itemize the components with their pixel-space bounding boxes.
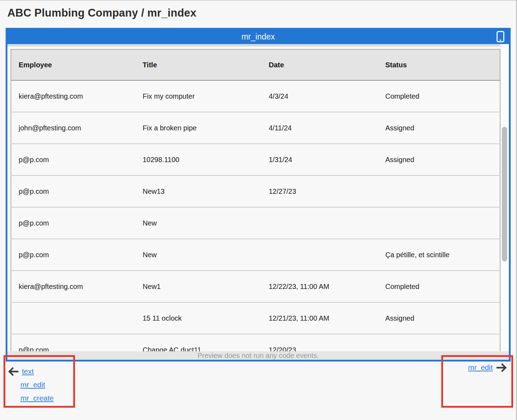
cell-title: 10298.1100 <box>135 144 261 175</box>
phone-icon[interactable] <box>497 31 504 42</box>
cell-status: Completed <box>378 271 500 302</box>
cell-title: New1 <box>135 271 261 302</box>
table-header-row: Employee Title Date Status <box>11 49 500 80</box>
cell-status: Ça pétille, et scintille <box>378 239 500 271</box>
nav-link-mr-edit-forward[interactable]: mr_edit <box>468 363 493 372</box>
preview-title: mr_index <box>242 32 275 42</box>
cell-status: Assigned <box>378 144 500 175</box>
cell-employee: p@p.com <box>11 239 135 271</box>
column-header-employee: Employee <box>11 49 135 80</box>
preview-notice-text: Preview does not run any code events. <box>198 352 319 360</box>
table-row[interactable]: p@p.com 10298.1100 1/31/24 Assigned <box>11 144 500 175</box>
arrow-right-icon <box>496 363 507 372</box>
cell-date: 12/27/23 <box>261 175 378 207</box>
table-row[interactable]: p@p.com New13 12/27/23 <box>11 175 500 207</box>
table-row[interactable]: 15 11 oclock 12/21/23, 11:00 AM Assigned <box>11 302 500 334</box>
cell-date <box>261 239 378 271</box>
nav-row-mr-create: mr_create <box>20 391 73 405</box>
cell-date: 4/11/24 <box>261 112 378 144</box>
scrollbar-track[interactable] <box>500 47 509 360</box>
cell-status: Assigned <box>378 302 500 334</box>
screen: { "window": { "title": "ABC Plumbing Com… <box>0 0 517 420</box>
cell-date: 12/22/23, 11:00 AM <box>261 271 378 302</box>
nav-link-mr-edit[interactable]: mr_edit <box>20 381 45 389</box>
annotation-box-right: mr_edit <box>441 355 513 408</box>
cell-employee: p@p.com <box>11 144 135 175</box>
cell-title: New <box>135 239 261 271</box>
cell-status <box>378 207 500 239</box>
table-row[interactable]: john@pftesting.com Fix a broken pipe 4/1… <box>11 112 500 144</box>
table-row[interactable]: kiera@pftesting.com Fix my computer 4/3/… <box>11 80 500 112</box>
cell-employee: p@p.com <box>11 207 135 239</box>
cell-date: 1/31/24 <box>261 144 378 175</box>
window-top-edge <box>0 0 517 1</box>
nav-row-forward: mr_edit <box>443 357 511 370</box>
cell-employee: kiera@pftesting.com <box>11 80 135 112</box>
scrollbar-thumb[interactable] <box>502 127 507 261</box>
preview-notice-bar: Preview does not run any code events. <box>7 351 509 360</box>
column-header-title: Title <box>135 49 261 80</box>
content-top-strip <box>7 44 500 47</box>
preview-titlebar: mr_index <box>7 30 509 44</box>
cell-title: Fix my computer <box>135 80 261 112</box>
cell-employee: john@pftesting.com <box>11 112 135 144</box>
cell-date: 12/21/23, 11:00 AM <box>261 302 378 334</box>
column-header-status: Status <box>378 49 500 80</box>
cell-status: Assigned <box>378 112 500 144</box>
nav-link-mr-create[interactable]: mr_create <box>20 394 54 402</box>
cell-title: New <box>135 207 261 239</box>
cell-status: Completed <box>378 80 500 112</box>
cell-date: 4/3/24 <box>261 80 378 112</box>
nav-link-text[interactable]: text <box>22 367 34 376</box>
table-row[interactable]: kiera@pftesting.com New1 12/22/23, 11:00… <box>11 271 500 302</box>
cell-title: Fix a broken pipe <box>135 112 261 144</box>
maintenance-requests-table: Employee Title Date Status kiera@pftesti… <box>11 49 500 360</box>
cell-title: 15 11 oclock <box>135 302 261 334</box>
nav-row-back: text <box>8 365 73 378</box>
cell-employee: kiera@pftesting.com <box>11 271 135 302</box>
cell-employee <box>11 302 135 334</box>
preview-content: Employee Title Date Status kiera@pftesti… <box>7 44 509 360</box>
table-row[interactable]: p@p.com New <box>11 207 500 239</box>
nav-row-mr-edit: mr_edit <box>20 378 73 391</box>
arrow-left-icon <box>8 367 19 376</box>
cell-employee: p@p.com <box>11 175 135 207</box>
cell-title: New13 <box>135 175 261 207</box>
column-header-date: Date <box>261 49 378 80</box>
cell-status <box>378 175 500 207</box>
page-title: ABC Plumbing Company / mr_index <box>7 7 197 19</box>
annotation-box-left: text mr_edit mr_create <box>4 355 75 408</box>
cell-date <box>261 207 378 239</box>
table-row[interactable]: p@p.com New Ça pétille, et scintille <box>11 239 500 271</box>
preview-frame: mr_index Employee Title Date Status kier… <box>6 28 511 362</box>
